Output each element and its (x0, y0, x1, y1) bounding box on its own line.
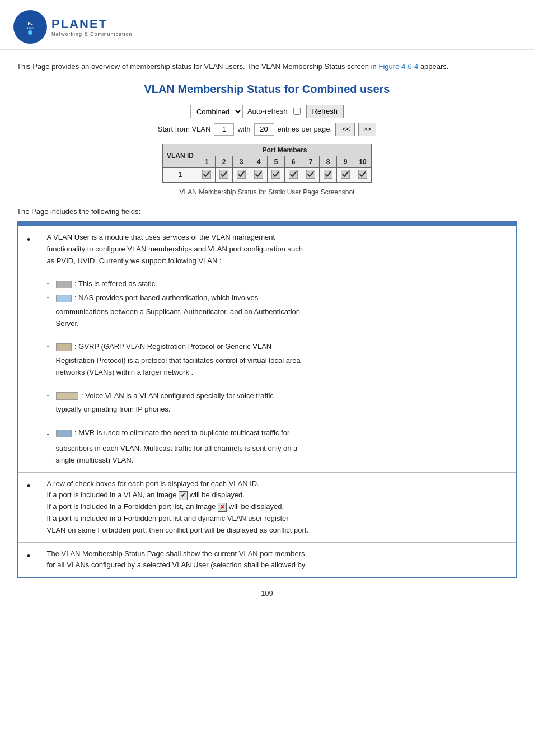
col-port-7: 7 (302, 156, 320, 167)
swatch-nas (56, 295, 72, 302)
col-vlan-id: VLAN ID (163, 144, 198, 167)
x-image: ✘ (218, 503, 227, 512)
col-port-8: 8 (320, 156, 337, 167)
check-icon (202, 170, 211, 179)
with-input[interactable] (254, 123, 274, 136)
section-label: The Page includes the following fields: (17, 207, 517, 216)
auto-refresh-checkbox[interactable] (293, 108, 301, 115)
refresh-button[interactable]: Refresh (306, 105, 344, 118)
intro-text-before: This Page provides an overview of member… (17, 62, 378, 71)
content-cell-3: The VLAN Membership Status Page shall sh… (40, 542, 517, 577)
start-vlan-input[interactable] (214, 123, 234, 136)
col-port-4: 4 (250, 156, 268, 167)
bullet-cell: • (17, 226, 40, 472)
vlan-table-wrapper: VLAN ID Port Members 12345678910 1 (17, 144, 517, 183)
col-port-5: 5 (268, 156, 285, 167)
svg-text:ANET: ANET (26, 26, 34, 30)
check-icon (289, 170, 298, 179)
header: PL ANET PLANET Networking & Communicatio… (0, 0, 534, 50)
page-number: 109 (17, 589, 517, 598)
logo-circle: PL ANET (13, 10, 47, 44)
member-cell-7 (302, 167, 320, 182)
dash-static: - : This is reffered as static. (47, 278, 510, 290)
logo-text: PLANET Networking & Communication (51, 17, 133, 37)
check-icon (341, 170, 350, 179)
table-row: • A VLAN User is a module that uses serv… (17, 226, 517, 472)
entries-label: entries per page. (278, 125, 332, 133)
fields-table: • A VLAN User is a module that uses serv… (17, 221, 517, 578)
table-row: • The VLAN Membership Status Page shall … (17, 542, 517, 577)
dash-mvr: - : MVR is used to eliminate the need to… (47, 427, 510, 441)
with-label: with (237, 125, 250, 133)
content-cell-1: A VLAN User is a module that uses servic… (40, 226, 517, 472)
nas-cont: communications between a Supplicant, Aut… (56, 306, 510, 330)
check-icon (271, 170, 280, 179)
check-icon (237, 170, 246, 179)
col-port-9: 9 (337, 156, 354, 167)
start-label: Start from VLAN (158, 125, 211, 133)
gvrp-cont: Registration Protocol) is a protocol tha… (56, 355, 510, 379)
check-icon (219, 170, 228, 179)
col-port-3: 3 (233, 156, 250, 167)
combined-dropdown[interactable]: Combined (190, 105, 243, 118)
check-icon (358, 170, 367, 179)
member-cell-2 (216, 167, 233, 182)
check-icon (254, 170, 263, 179)
member-cell-4 (250, 167, 268, 182)
member-cell-8 (320, 167, 337, 182)
check-icon (324, 170, 332, 179)
col-port-10: 10 (354, 156, 372, 167)
auto-refresh-label: Auto-refresh (247, 107, 288, 115)
figure-link[interactable]: Figure 4-6-4 (378, 62, 418, 71)
main-content: This Page provides an overview of member… (0, 50, 534, 609)
svg-point-3 (28, 30, 32, 35)
dash-gvrp: - : GVRP (GARP VLAN Registration Protoco… (47, 341, 510, 353)
check-image: ✔ (179, 491, 188, 500)
svg-text:PL: PL (28, 21, 34, 25)
logo-area: PL ANET PLANET Networking & Communicatio… (13, 10, 133, 44)
logo-tagline: Networking & Communication (51, 31, 133, 37)
pagination-row: Start from VLAN with entries per page. |… (158, 123, 377, 136)
dash-voice: - : Voice VLAN is a VLAN configured spec… (47, 390, 510, 402)
intro-paragraph: This Page provides an overview of member… (17, 61, 517, 73)
mvr-cont: subscribers in each VLAN. Multicast traf… (56, 443, 510, 466)
dash-nas: - : NAS provides port-based authenticati… (47, 292, 510, 304)
check-icon (306, 170, 315, 179)
vlan-membership-table: VLAN ID Port Members 12345678910 1 (162, 144, 372, 183)
voice-cont: typically originating from IP phones. (56, 404, 510, 416)
controls-area: Combined Auto-refresh Refresh Start from… (17, 105, 517, 136)
screenshot-caption: VLAN Membership Status for Static User P… (17, 188, 517, 196)
swatch-voice (56, 392, 78, 400)
page-title: VLAN Membership Status for Combined user… (17, 83, 517, 96)
bullet-cell-2: • (17, 472, 40, 542)
table-row: 1 (163, 167, 372, 182)
table-row: • A row of check boxes for each port is … (17, 472, 517, 542)
swatch-mvr (56, 430, 72, 437)
member-cell-9 (337, 167, 354, 182)
member-cell-10 (354, 167, 372, 182)
col-port-members: Port Members (198, 144, 372, 156)
bullet-cell-3: • (17, 542, 40, 577)
col-port-2: 2 (216, 156, 233, 167)
member-cell-6 (285, 167, 302, 182)
col-port-6: 6 (285, 156, 302, 167)
prev-button[interactable]: |<< (335, 123, 355, 136)
content-cell-2: A row of check boxes for each port is di… (40, 472, 517, 542)
intro-text-after: appears. (418, 62, 448, 71)
control-row-1: Combined Auto-refresh Refresh (190, 105, 344, 118)
member-cell-3 (233, 167, 250, 182)
member-cell-5 (268, 167, 285, 182)
swatch-static (56, 281, 72, 288)
next-button[interactable]: >> (358, 123, 376, 136)
swatch-gvrp (56, 343, 72, 351)
member-cell-1 (198, 167, 216, 182)
vlan-id-cell: 1 (163, 167, 198, 182)
logo-name: PLANET (51, 17, 133, 31)
col-port-1: 1 (198, 156, 216, 167)
